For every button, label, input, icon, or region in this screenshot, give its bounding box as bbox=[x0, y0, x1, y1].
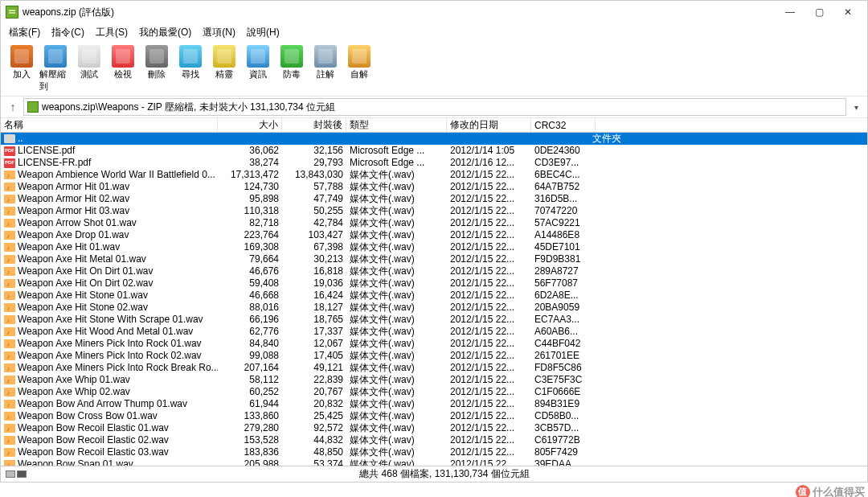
menu-item[interactable]: 檔案(F) bbox=[4, 24, 45, 41]
table-row[interactable]: Weapon Axe Hit 01.wav169,30867,398媒体文件(.… bbox=[1, 241, 867, 253]
maximize-button[interactable]: ▢ bbox=[805, 2, 833, 22]
file-crc: C44BF042 bbox=[531, 338, 596, 350]
col-size[interactable]: 大小 bbox=[218, 118, 282, 132]
path-bar: ↑ weapons.zip\Weapons - ZIP 壓縮檔, 未封裝大小 1… bbox=[1, 97, 867, 118]
toolbar-精靈[interactable]: 精靈 bbox=[208, 45, 240, 92]
file-crc: CD58B0... bbox=[531, 410, 596, 422]
toolbar-label: 註解 bbox=[317, 68, 334, 80]
table-row[interactable]: Weapon Axe Miners Pick Into Rock 02.wav9… bbox=[1, 350, 867, 362]
file-size: 17,313,472 bbox=[218, 169, 282, 181]
table-row[interactable]: Weapon Ambience World War II Battlefield… bbox=[1, 169, 867, 181]
table-row[interactable]: Weapon Arrow Shot 01.wav82,71842,784媒体文件… bbox=[1, 217, 867, 229]
table-row[interactable]: ..文件夾 bbox=[1, 133, 867, 145]
up-button[interactable]: ↑ bbox=[6, 100, 20, 114]
file-date: 2012/1/15 22... bbox=[447, 386, 531, 398]
file-packed: 12,067 bbox=[282, 338, 346, 350]
menu-item[interactable]: 工具(S) bbox=[91, 24, 133, 41]
table-row[interactable]: Weapon Axe Miners Pick Into Rock 01.wav8… bbox=[1, 338, 867, 350]
table-row[interactable]: Weapon Axe Miners Pick Into Rock Break R… bbox=[1, 362, 867, 374]
table-row[interactable]: Weapon Axe Hit Stone 02.wav88,01618,127媒… bbox=[1, 302, 867, 314]
table-row[interactable]: PDFLICENSE.pdf36,06232,156Microsoft Edge… bbox=[1, 145, 867, 157]
menu-item[interactable]: 說明(H) bbox=[242, 24, 285, 41]
menu-item[interactable]: 選項(N) bbox=[198, 24, 240, 41]
table-row[interactable]: Weapon Bow Snap 01.wav205,98853,374媒体文件(… bbox=[1, 458, 867, 466]
file-size: 207,164 bbox=[218, 362, 282, 374]
file-packed: 53,374 bbox=[282, 458, 346, 466]
table-row[interactable]: Weapon Axe Whip 01.wav58,11222,839媒体文件(.… bbox=[1, 374, 867, 386]
audio-icon bbox=[4, 460, 15, 466]
table-row[interactable]: Weapon Axe Whip 02.wav60,25220,767媒体文件(.… bbox=[1, 386, 867, 398]
toolbar-防毒[interactable]: 防毒 bbox=[276, 45, 308, 92]
path-input[interactable]: weapons.zip\Weapons - ZIP 壓縮檔, 未封裝大小 131… bbox=[23, 98, 846, 116]
toolbar-自解[interactable]: 自解 bbox=[343, 45, 375, 92]
audio-icon bbox=[4, 207, 15, 216]
file-packed: 20,832 bbox=[282, 398, 346, 410]
toolbar-icon bbox=[247, 45, 269, 68]
menu-item[interactable]: 我的最愛(O) bbox=[134, 24, 196, 41]
table-row[interactable]: Weapon Axe Hit On Dirt 01.wav46,67616,81… bbox=[1, 265, 867, 277]
close-button[interactable]: ✕ bbox=[833, 2, 862, 22]
toolbar-刪除[interactable]: 刪除 bbox=[141, 45, 173, 92]
toolbar-解壓縮到[interactable]: 解壓縮到 bbox=[39, 45, 72, 92]
file-date: 2012/1/14 1:05 bbox=[447, 145, 531, 157]
table-row[interactable]: Weapon Armor Hit 02.wav95,89847,749媒体文件(… bbox=[1, 193, 867, 205]
table-row[interactable]: Weapon Axe Hit Stone With Scrape 01.wav6… bbox=[1, 314, 867, 326]
file-type: 媒体文件(.wav) bbox=[346, 410, 447, 422]
file-packed: 17,405 bbox=[282, 350, 346, 362]
table-row[interactable]: Weapon Axe Hit Metal 01.wav79,66430,213媒… bbox=[1, 253, 867, 265]
col-packed[interactable]: 封裝後 bbox=[282, 118, 346, 132]
file-name: Weapon Axe Hit On Dirt 02.wav bbox=[18, 277, 154, 290]
table-row[interactable]: Weapon Armor Hit 03.wav110,31850,255媒体文件… bbox=[1, 205, 867, 217]
table-row[interactable]: Weapon Armor Hit 01.wav124,73057,788媒体文件… bbox=[1, 181, 867, 193]
file-size: 84,840 bbox=[218, 338, 282, 350]
file-name: Weapon Axe Hit Wood And Metal 01.wav bbox=[18, 326, 193, 338]
file-date: 2012/1/15 22... bbox=[447, 374, 531, 386]
table-row[interactable]: Weapon Axe Hit Wood And Metal 01.wav62,7… bbox=[1, 326, 867, 338]
toolbar-label: 解壓縮到 bbox=[39, 68, 72, 92]
col-type[interactable]: 類型 bbox=[346, 118, 447, 132]
table-row[interactable]: Weapon Bow Recoil Elastic 02.wav153,5284… bbox=[1, 434, 867, 446]
file-date: 2012/1/15 22... bbox=[447, 458, 531, 466]
file-crc: 0DE24360 bbox=[531, 145, 596, 157]
audio-icon bbox=[4, 183, 15, 191]
path-dropdown-button[interactable]: ▾ bbox=[850, 103, 862, 112]
table-row[interactable]: Weapon Bow And Arrow Thump 01.wav61,9442… bbox=[1, 398, 867, 410]
col-crc[interactable]: CRC32 bbox=[531, 118, 596, 132]
menu-item[interactable]: 指令(C) bbox=[47, 24, 89, 41]
file-name: Weapon Bow Recoil Elastic 02.wav bbox=[18, 434, 169, 446]
file-list[interactable]: ..文件夾PDFLICENSE.pdf36,06232,156Microsoft… bbox=[1, 133, 867, 466]
table-row[interactable]: Weapon Axe Hit Stone 01.wav46,66816,424媒… bbox=[1, 290, 867, 302]
file-date: 2012/1/15 22... bbox=[447, 422, 531, 434]
file-type: 媒体文件(.wav) bbox=[346, 205, 447, 217]
file-packed: 42,784 bbox=[282, 217, 346, 229]
col-name[interactable]: 名稱 bbox=[1, 118, 218, 132]
file-name: Weapon Axe Hit Stone 01.wav bbox=[18, 290, 148, 302]
file-name: Weapon Bow And Arrow Thump 01.wav bbox=[18, 398, 187, 410]
table-row[interactable]: PDFLICENSE-FR.pdf38,27429,793Microsoft E… bbox=[1, 157, 867, 169]
minimize-button[interactable]: — bbox=[776, 2, 805, 22]
toolbar-測試[interactable]: 測試 bbox=[73, 45, 105, 92]
table-row[interactable]: Weapon Axe Hit On Dirt 02.wav59,40819,03… bbox=[1, 277, 867, 290]
file-crc: 64A7B752 bbox=[531, 181, 596, 193]
audio-icon bbox=[4, 315, 15, 324]
toolbar-加入[interactable]: 加入 bbox=[6, 45, 38, 92]
file-size: 88,016 bbox=[218, 302, 282, 314]
toolbar-註解[interactable]: 註解 bbox=[309, 45, 342, 92]
title-bar: weapons.zip (評估版) — ▢ ✕ bbox=[1, 1, 867, 23]
toolbar-尋找[interactable]: 尋找 bbox=[174, 45, 207, 92]
audio-icon bbox=[4, 400, 15, 409]
menu-bar: 檔案(F)指令(C)工具(S)我的最愛(O)選項(N)說明(H) bbox=[1, 23, 867, 42]
table-row[interactable]: Weapon Bow Cross Bow 01.wav133,86025,425… bbox=[1, 410, 867, 422]
file-crc: 805F7429 bbox=[531, 446, 596, 458]
table-row[interactable]: Weapon Axe Drop 01.wav223,764103,427媒体文件… bbox=[1, 229, 867, 241]
table-row[interactable]: Weapon Bow Recoil Elastic 03.wav183,8364… bbox=[1, 446, 867, 458]
table-row[interactable]: Weapon Bow Recoil Elastic 01.wav279,2809… bbox=[1, 422, 867, 434]
file-size: 95,898 bbox=[218, 193, 282, 205]
file-name: Weapon Armor Hit 02.wav bbox=[18, 193, 129, 205]
file-packed: 18,765 bbox=[282, 314, 346, 326]
toolbar-資訊[interactable]: 資訊 bbox=[242, 45, 274, 92]
col-date[interactable]: 修改的日期 bbox=[447, 118, 531, 132]
watermark-text: 什么值得买 bbox=[813, 485, 865, 497]
toolbar-檢視[interactable]: 檢視 bbox=[107, 45, 139, 92]
file-date: 2012/1/15 22... bbox=[447, 350, 531, 362]
